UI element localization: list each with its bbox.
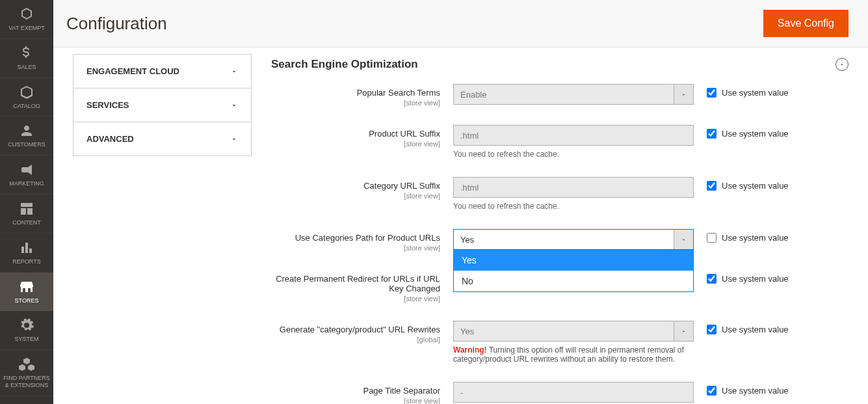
- field-control: .html You need to refresh the cache.: [453, 125, 694, 159]
- use-categories-path-select[interactable]: Yes: [453, 229, 694, 250]
- use-system-checkbox[interactable]: [707, 274, 717, 284]
- select-caret[interactable]: [674, 230, 693, 249]
- caret-down-icon: [681, 92, 687, 98]
- sidebar-item-label: MARKETING: [9, 180, 44, 187]
- sidebar-item-label: STORES: [15, 297, 39, 304]
- sidebar-item-label: REPORTS: [12, 258, 40, 265]
- section-header[interactable]: Search Engine Optimization: [271, 54, 848, 84]
- use-system-checkbox[interactable]: [707, 233, 717, 243]
- chevron-down-icon: [230, 101, 238, 109]
- sidebar-item-label: CUSTOMERS: [8, 141, 45, 148]
- label-scope: [store view]: [271, 140, 440, 148]
- sidebar-item-system[interactable]: SYSTEM: [0, 311, 53, 350]
- nav-section-label: SERVICES: [86, 100, 129, 110]
- label-text: Page Title Separator: [363, 386, 440, 396]
- main-content: Configuration Save Config ENGAGEMENT CLO…: [53, 0, 868, 404]
- use-system-checkbox[interactable]: [707, 181, 717, 191]
- section-title: Search Engine Optimization: [271, 58, 418, 71]
- gear-icon: [19, 317, 34, 333]
- sidebar-item-label: SALES: [17, 64, 36, 71]
- use-system-label[interactable]: Use system value: [722, 325, 789, 334]
- input-value: .html: [460, 183, 479, 193]
- collapse-button[interactable]: [835, 58, 848, 71]
- content-area: ENGAGEMENT CLOUD SERVICES ADVANCED Searc…: [53, 47, 868, 404]
- use-system-checkbox[interactable]: [707, 129, 717, 139]
- dropdown-option-no[interactable]: No: [454, 271, 693, 291]
- use-system-checkbox[interactable]: [707, 386, 717, 396]
- field-use-categories-path: Use Categories Path for Product URLs [st…: [271, 229, 848, 252]
- field-control: Enable: [453, 84, 694, 105]
- sidebar-item-label: VAT EXEMPT: [8, 25, 45, 32]
- use-system-checkbox-wrap: Use system value: [707, 382, 789, 396]
- label-text: Create Permanent Redirect for URLs if UR…: [276, 274, 440, 293]
- sidebar-item-vat-exempt[interactable]: VAT EXEMPT: [0, 0, 53, 39]
- field-label: Page Title Separator [store view]: [271, 382, 453, 404]
- use-system-checkbox[interactable]: [707, 325, 717, 334]
- field-label: Product URL Suffix [store view]: [271, 125, 453, 148]
- sidebar-item-reports[interactable]: REPORTS: [0, 234, 53, 273]
- use-system-checkbox[interactable]: [707, 88, 717, 98]
- sidebar-item-partners[interactable]: FIND PARTNERS & EXTENSIONS: [0, 350, 53, 396]
- field-note: You need to refresh the cache.: [453, 202, 694, 211]
- field-warning: Warning! Turning this option off will re…: [453, 345, 694, 364]
- cubes-icon: [19, 357, 34, 372]
- nav-section-engagement-cloud[interactable]: ENGAGEMENT CLOUD: [73, 54, 251, 88]
- field-control: Yes Yes No: [453, 229, 694, 250]
- use-system-label[interactable]: Use system value: [722, 181, 789, 191]
- box-icon: [19, 85, 34, 100]
- chevron-down-icon: [230, 135, 238, 143]
- field-popular-search-terms: Popular Search Terms [store view] Enable…: [271, 84, 848, 107]
- caret-down-icon: [681, 237, 687, 243]
- title-separator-input: -: [453, 382, 694, 403]
- field-label: Create Permanent Redirect for URLs if UR…: [271, 270, 453, 303]
- sidebar-item-label: SYSTEM: [14, 336, 38, 343]
- warning-prefix: Warning!: [453, 345, 487, 355]
- use-system-checkbox-wrap: Use system value: [707, 229, 789, 243]
- nav-section-advanced[interactable]: ADVANCED: [73, 122, 251, 155]
- sidebar-item-stores[interactable]: STORES: [0, 273, 53, 312]
- field-label: Use Categories Path for Product URLs [st…: [271, 229, 453, 252]
- field-control: .html You need to refresh the cache.: [453, 177, 694, 211]
- megaphone-icon: [19, 162, 34, 178]
- hexagon-icon: [19, 7, 34, 22]
- chart-icon: [19, 240, 34, 256]
- sidebar-item-catalog[interactable]: CATALOG: [0, 78, 53, 117]
- nav-section-services[interactable]: SERVICES: [73, 88, 251, 122]
- use-system-label[interactable]: Use system value: [722, 88, 789, 98]
- label-text: Generate "category/product" URL Rewrites: [280, 325, 440, 334]
- sidebar-item-content[interactable]: CONTENT: [0, 195, 53, 234]
- sidebar-item-customers[interactable]: CUSTOMERS: [0, 116, 53, 155]
- label-scope: [store view]: [271, 397, 440, 404]
- store-icon: [19, 279, 34, 295]
- use-system-checkbox-wrap: Use system value: [707, 321, 789, 334]
- sidebar-item-sales[interactable]: SALES: [0, 39, 53, 78]
- label-scope: [store view]: [271, 99, 440, 107]
- warning-text: Turning this option off will result in p…: [453, 345, 684, 364]
- save-config-button[interactable]: Save Config: [763, 10, 848, 37]
- field-control: -: [453, 382, 694, 403]
- caret-down-icon: [681, 329, 687, 334]
- person-icon: [19, 123, 34, 139]
- nav-section-label: ENGAGEMENT CLOUD: [86, 66, 179, 76]
- generate-rewrites-select: Yes: [453, 321, 694, 342]
- dropdown-option-yes[interactable]: Yes: [454, 250, 693, 271]
- field-note: You need to refresh the cache.: [453, 150, 694, 159]
- use-system-label[interactable]: Use system value: [722, 233, 789, 243]
- product-suffix-input: .html: [453, 125, 694, 146]
- form-area: Search Engine Optimization Popular Searc…: [271, 54, 848, 404]
- use-system-label[interactable]: Use system value: [722, 386, 789, 396]
- popular-terms-select: Enable: [453, 84, 694, 105]
- select-caret: [674, 321, 693, 341]
- use-system-checkbox-wrap: Use system value: [707, 270, 789, 284]
- layout-icon: [19, 201, 34, 217]
- page-header: Configuration Save Config: [53, 0, 868, 47]
- field-control: Yes Warning! Turning this option off wil…: [453, 321, 694, 364]
- sidebar-item-label: CONTENT: [12, 219, 41, 226]
- use-system-label[interactable]: Use system value: [722, 129, 789, 139]
- use-system-label[interactable]: Use system value: [722, 274, 789, 284]
- sidebar-item-marketing[interactable]: MARKETING: [0, 155, 53, 195]
- use-system-checkbox-wrap: Use system value: [707, 177, 789, 191]
- nav-section-label: ADVANCED: [86, 134, 134, 144]
- sidebar-item-label: CATALOG: [13, 103, 40, 110]
- select-value: Enable: [460, 90, 674, 100]
